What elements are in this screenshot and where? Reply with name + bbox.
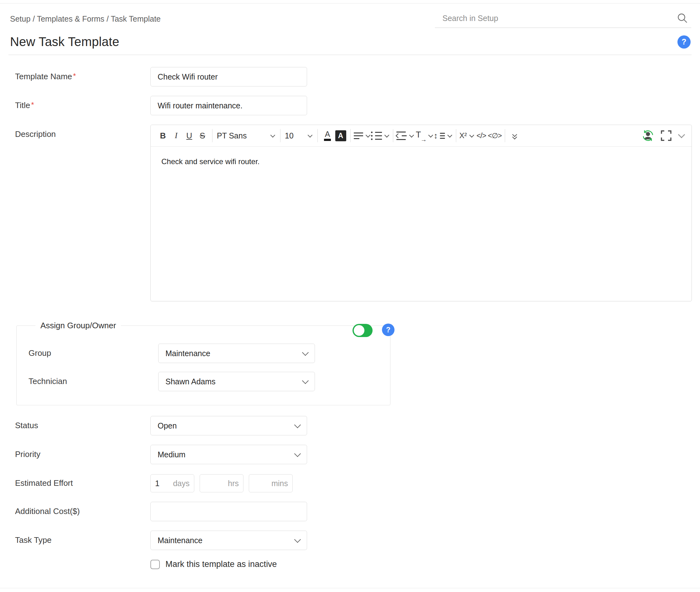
chevron-down-icon: [448, 133, 453, 138]
font-color-button[interactable]: A: [321, 129, 334, 143]
priority-row: Priority Medium: [15, 445, 693, 464]
description-editor: B I U S PT Sans 10 A A: [150, 125, 692, 301]
bold-button[interactable]: B: [156, 129, 170, 143]
bullet-list-icon: [371, 132, 382, 140]
description-content[interactable]: Check and service wifi router.: [151, 147, 692, 301]
chevron-down-icon: [302, 377, 309, 384]
toolbar-divider: [317, 129, 318, 142]
font-family-select[interactable]: PT Sans: [216, 129, 277, 143]
form-actions: Save Cancel: [0, 588, 700, 592]
priority-label: Priority: [15, 445, 150, 459]
assign-group-owner-legend: Assign Group/Owner: [35, 321, 121, 331]
assign-group-owner-toggle[interactable]: [353, 324, 373, 337]
status-select[interactable]: Open: [150, 416, 307, 435]
chevron-down-icon: [302, 349, 309, 355]
font-size-select[interactable]: 10: [284, 129, 314, 143]
title-field-row: Title*: [15, 96, 693, 115]
outdent-icon: [396, 132, 407, 140]
fullscreen-icon[interactable]: [660, 130, 672, 142]
user-sync-icon[interactable]: [641, 129, 655, 143]
toolbar-divider: [280, 129, 280, 142]
chevron-down-icon: [384, 133, 389, 138]
chevron-down-icon: [294, 536, 301, 543]
top-bar: Setup / Templates & Forms / Task Templat…: [0, 0, 700, 28]
align-left-icon: [354, 133, 363, 139]
more-options-button[interactable]: [508, 129, 521, 143]
group-select[interactable]: Maintenance: [158, 344, 315, 363]
template-name-row: Template Name*: [15, 67, 693, 87]
line-spacing-button[interactable]: ↕: [434, 129, 453, 143]
estimated-effort-inputs: 1 days hrs mins: [150, 474, 293, 492]
task-type-label: Task Type: [15, 531, 150, 545]
italic-button[interactable]: I: [170, 129, 183, 143]
chevron-down-icon: [294, 421, 301, 428]
text-align-button[interactable]: [354, 129, 371, 143]
toolbar-divider: [212, 129, 213, 142]
group-label: Group: [29, 344, 158, 358]
highlight-color-icon: A: [335, 130, 346, 141]
source-code-button[interactable]: </>: [475, 129, 488, 143]
additional-cost-input[interactable]: [150, 502, 307, 521]
line-spacing-icon: ↕: [434, 132, 445, 140]
highlight-color-button[interactable]: A: [334, 129, 347, 143]
priority-select[interactable]: Medium: [150, 445, 307, 464]
status-label: Status: [15, 416, 150, 430]
font-color-icon: A: [324, 130, 331, 141]
template-name-label: Template Name*: [15, 67, 150, 82]
collapse-toolbar-chevron-icon[interactable]: [678, 131, 685, 139]
assign-group-owner-section: Assign Group/Owner ? Group Maintenance T…: [16, 321, 390, 405]
estimated-effort-label: Estimated Effort: [15, 474, 150, 488]
required-asterisk: *: [73, 72, 76, 80]
title-label: Title*: [15, 96, 150, 110]
breadcrumb[interactable]: Setup / Templates & Forms / Task Templat…: [10, 12, 161, 23]
chevron-down-icon: [469, 133, 474, 138]
help-button[interactable]: ?: [678, 35, 691, 49]
search-input[interactable]: [442, 13, 677, 23]
chevron-down-icon: [428, 133, 433, 138]
required-asterisk: *: [31, 101, 34, 109]
effort-mins-input[interactable]: mins: [249, 474, 293, 492]
effort-days-input[interactable]: 1 days: [150, 474, 194, 492]
search-icon[interactable]: [677, 12, 688, 24]
toolbar-divider: [393, 129, 393, 142]
title-row: New Task Template ?: [10, 35, 691, 49]
setup-search[interactable]: [435, 12, 691, 28]
underline-button[interactable]: U: [183, 129, 196, 143]
estimated-effort-row: Estimated Effort 1 days hrs mins: [15, 474, 693, 492]
title-input[interactable]: [150, 96, 307, 115]
top-divider: [0, 3, 700, 3]
additional-cost-label: Additional Cost($): [15, 502, 150, 516]
text-direction-icon: T→: [415, 130, 426, 141]
inactive-checkbox-row: Mark this template as inactive: [150, 559, 693, 569]
inactive-checkbox-label: Mark this template as inactive: [166, 559, 277, 569]
toolbar-divider: [456, 129, 456, 142]
toolbar-divider: [350, 129, 351, 142]
additional-cost-row: Additional Cost($): [15, 502, 693, 521]
assign-help-button[interactable]: ?: [382, 324, 394, 336]
toggle-knob: [354, 325, 364, 336]
superscript-button[interactable]: X²: [459, 129, 475, 143]
toolbar-right-group: [641, 129, 686, 143]
chevron-down-icon: [409, 133, 414, 138]
task-type-select[interactable]: Maintenance: [150, 531, 307, 550]
bullet-list-button[interactable]: [371, 129, 390, 143]
technician-row: Technician Shawn Adams: [29, 372, 390, 391]
text-direction-button[interactable]: T→: [415, 129, 434, 143]
template-name-input[interactable]: [150, 67, 307, 87]
double-chevron-down-icon: [513, 133, 516, 139]
strikethrough-button[interactable]: S: [196, 129, 209, 143]
embed-code-button[interactable]: <∅>: [488, 129, 502, 143]
outdent-button[interactable]: [396, 129, 415, 143]
page-title: New Task Template: [10, 35, 120, 49]
technician-label: Technician: [29, 372, 158, 386]
chevron-down-icon: [366, 133, 371, 138]
inactive-checkbox[interactable]: [150, 560, 160, 569]
editor-toolbar: B I U S PT Sans 10 A A: [151, 125, 692, 147]
status-row: Status Open: [15, 416, 693, 435]
effort-hrs-input[interactable]: hrs: [200, 474, 243, 492]
technician-select[interactable]: Shawn Adams: [158, 372, 315, 391]
task-type-row: Task Type Maintenance: [15, 531, 693, 550]
chevron-down-icon: [294, 450, 301, 457]
group-row: Group Maintenance: [29, 344, 390, 363]
description-row: Description B I U S PT Sans 10 A: [15, 125, 693, 301]
